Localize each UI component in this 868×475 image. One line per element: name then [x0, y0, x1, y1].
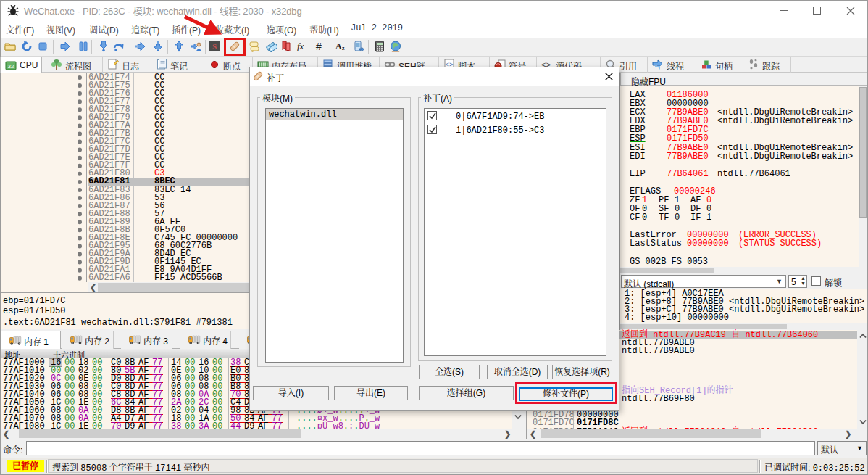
svg-text:z: z: [342, 45, 345, 51]
svg-text:S: S: [212, 42, 217, 51]
svg-text:A: A: [335, 41, 342, 51]
svg-text:#: #: [316, 41, 322, 52]
svg-text:fx: fx: [297, 41, 304, 51]
svg-text:32: 32: [8, 63, 14, 70]
